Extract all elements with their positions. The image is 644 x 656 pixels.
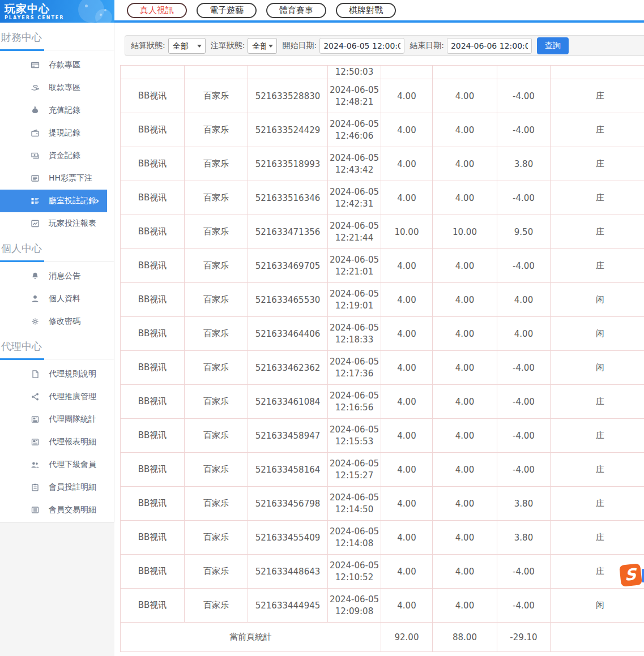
cell-winloss: -4.00 (497, 79, 551, 113)
cell-winloss: 4.00 (497, 283, 551, 317)
settle-status-label: 結算狀態: (131, 41, 165, 51)
cell-date-line: 2024-06-05 (328, 254, 381, 266)
cell-time-line: 12:21:44 (328, 232, 381, 244)
filter-bar: 結算狀態: 全部 注單狀態: 全部 開始日期: 結束日期: 查詢 (125, 35, 644, 56)
order-status-select[interactable]: 全部 (248, 38, 277, 54)
cell-datetime: 12:50:03 (328, 66, 381, 79)
sidebar-item-withdraw[interactable]: 取款專區 (0, 76, 114, 99)
sidebar-item-label: 充值記錄 (49, 105, 80, 115)
cell-valid: 4.00 (433, 385, 497, 419)
newspaper-icon (31, 415, 40, 424)
table-row: BB视讯百家乐5216334713562024-06-0512:21:4410.… (121, 215, 644, 249)
tab-board-games[interactable]: 棋牌對戰 (336, 3, 396, 18)
sidebar-item-label: 資金記錄 (49, 151, 80, 161)
cell-time-line: 12:17:36 (328, 368, 381, 380)
tab-electronic-games[interactable]: 電子遊藝 (197, 3, 257, 18)
sidebar-item-agent-rules[interactable]: 代理規則說明 (0, 363, 114, 385)
ime-toolbar-fragment (642, 569, 644, 582)
cell-time-line: 12:50:03 (328, 67, 381, 77)
cell-datetime: 2024-06-0512:14:08 (328, 521, 381, 555)
bank-card-icon (31, 61, 40, 70)
sidebar-item-deposit[interactable]: 存款專區 (0, 54, 114, 76)
cell-result: 庄 (551, 521, 644, 555)
cell-valid: 4.00 (433, 147, 497, 181)
sidebar-nav: 財務中心存款專區取款專區充值記錄提現記錄資金記錄HH彩票下注廳室投註記錄›玩家投… (0, 23, 114, 522)
cell-time-line: 12:10:52 (328, 572, 381, 584)
cell-date-line: 2024-06-05 (328, 390, 381, 402)
wallet-icon (31, 128, 40, 138)
sidebar-item-recharge-record[interactable]: 充值記錄 (0, 99, 114, 122)
cell-valid (433, 66, 497, 79)
cell-game: 百家乐 (185, 181, 248, 215)
sidebar-item-label: 玩家投注報表 (49, 218, 96, 229)
sidebar-item-label: HH彩票下注 (49, 173, 92, 183)
cell-datetime: 2024-06-0512:42:31 (328, 181, 381, 215)
end-date-input[interactable] (447, 38, 532, 54)
sidebar-item-profile[interactable]: 個人資料 (0, 288, 114, 310)
sidebar-item-label: 代理下級會員 (49, 460, 96, 470)
sidebar-item-label: 會員交易明細 (49, 505, 96, 515)
cell-game: 百家乐 (185, 351, 248, 385)
cell-game: 百家乐 (185, 385, 248, 419)
cell-platform: BB视讯 (121, 521, 185, 555)
cell-order: 521633465530 (248, 283, 328, 317)
sidebar-item-funds-record[interactable]: 資金記錄 (0, 144, 114, 167)
settle-status-select[interactable]: 全部 (168, 38, 206, 54)
cell-winloss: 9.50 (497, 215, 551, 249)
sidebar-item-withdraw-record[interactable]: 提現記錄 (0, 122, 114, 144)
cell-order: 521633444945 (248, 589, 328, 623)
sidebar-item-change-password[interactable]: 修改密碼 (0, 310, 114, 333)
cell-bet (381, 66, 433, 79)
cell-datetime: 2024-06-0512:09:08 (328, 589, 381, 623)
order-status-label: 注單狀態: (211, 41, 245, 51)
cell-datetime: 2024-06-0512:16:56 (328, 385, 381, 419)
cell-valid: 4.00 (433, 351, 497, 385)
sidebar-item-room-bet-record[interactable]: 廳室投註記錄› (0, 190, 107, 212)
sidebar-item-agent-team-stats[interactable]: 代理團隊統計 (0, 408, 114, 431)
cell-result: 庄 (551, 453, 644, 487)
search-button[interactable]: 查詢 (537, 37, 569, 54)
app-subtitle: PLAYERS CENTER (5, 15, 114, 21)
cell-platform: BB视讯 (121, 555, 185, 589)
sidebar-item-hh-lottery[interactable]: HH彩票下注 (0, 167, 114, 190)
sidebar-item-member-bet-detail[interactable]: 會員投註明細 (0, 476, 114, 499)
sidebar-item-agent-promotion[interactable]: 代理推廣管理 (0, 385, 114, 408)
banknotes-icon (31, 151, 40, 160)
cell-time-line: 12:42:31 (328, 198, 381, 210)
cell-platform: BB视讯 (121, 283, 185, 317)
cell-result: 闲 (551, 283, 644, 317)
sidebar-item-agent-sub-members[interactable]: 代理下級會員 (0, 453, 114, 476)
cell-game: 百家乐 (185, 79, 248, 113)
sidebar-item-announcements[interactable]: 消息公告 (0, 265, 114, 288)
sidebar-item-player-bet-report[interactable]: 玩家投注報表 (0, 212, 114, 235)
cell-result: 闲 (551, 351, 644, 385)
tab-sports[interactable]: 體育賽事 (266, 3, 326, 18)
left-column: 玩家中心 PLAYERS CENTER 財務中心存款專區取款專區充值記錄提現記錄… (0, 0, 114, 656)
sidebar-item-agent-report-detail[interactable]: 代理報表明細 (0, 431, 114, 453)
cell-winloss: -4.00 (497, 555, 551, 589)
cell-result: 庄 (551, 147, 644, 181)
cell-datetime: 2024-06-0512:46:06 (328, 113, 381, 147)
clipboard-icon (31, 483, 40, 492)
start-date-input[interactable] (319, 38, 404, 54)
cell-date-line: 2024-06-05 (328, 288, 381, 300)
cell-result (551, 66, 644, 79)
sidebar-item-label: 個人資料 (49, 294, 80, 304)
cell-result: 庄 (551, 181, 644, 215)
cell-order: 521633448643 (248, 555, 328, 589)
cell-platform: BB视讯 (121, 181, 185, 215)
sogou-ime-icon[interactable]: S (619, 563, 642, 587)
table-row: BB视讯百家乐5216335244292024-06-0512:46:064.0… (121, 113, 644, 147)
cell-date-line: 2024-06-05 (328, 152, 381, 164)
cell-platform: BB视讯 (121, 249, 185, 283)
cell-datetime: 2024-06-0512:18:33 (328, 317, 381, 351)
cell-date-line: 2024-06-05 (328, 424, 381, 436)
sidebar-item-label: 代理團隊統計 (49, 414, 96, 425)
cell-time-line: 12:21:01 (328, 266, 381, 278)
sidebar-item-member-transaction-detail[interactable]: 會員交易明細 (0, 499, 114, 521)
sidebar-item-label: 修改密碼 (49, 316, 80, 327)
table-row: BB视讯百家乐5216335288302024-06-0512:48:214.0… (121, 79, 644, 113)
tab-live-casino[interactable]: 真人視訊 (127, 3, 187, 18)
cell-winloss: 3.80 (497, 147, 551, 181)
cell-order: 521633524429 (248, 113, 328, 147)
